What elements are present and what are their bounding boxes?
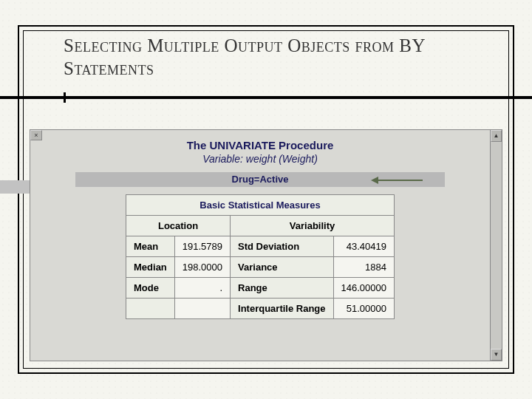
stat-measures-table: Basic Statistical Measures Location Vari… (126, 194, 395, 319)
table-row: Mode . Range 146.00000 (126, 278, 395, 299)
scroll-up-icon[interactable]: ▲ (491, 130, 502, 142)
loc-label: Mean (126, 236, 175, 257)
slide-title: Selecting Multiple Output Objects from B… (64, 34, 495, 81)
table-title: Basic Statistical Measures (126, 195, 395, 216)
var-value: 146.00000 (333, 278, 394, 299)
output-body: The UNIVARIATE Procedure Variable: weigh… (30, 130, 490, 361)
title-rule (0, 96, 532, 99)
table-row: Interquartile Range 51.00000 (126, 299, 395, 319)
var-value: 43.40419 (333, 236, 394, 257)
loc-label (126, 299, 175, 319)
proc-title: The UNIVARIATE Procedure (30, 139, 490, 151)
loc-value: . (174, 278, 230, 299)
by-group-label: Drug=Active (232, 174, 289, 185)
var-value: 51.00000 (333, 299, 394, 319)
proc-subtitle: Variable: weight (Weight) (30, 153, 490, 165)
var-label: Interquartile Range (231, 299, 333, 319)
loc-value: 191.5789 (174, 236, 230, 257)
scroll-down-icon[interactable]: ▼ (491, 349, 502, 361)
col-header-variability: Variability (231, 216, 395, 236)
col-header-location: Location (126, 216, 231, 236)
sas-output-pane: × ▲ ▼ The UNIVARIATE Procedure Variable:… (30, 129, 502, 361)
loc-label: Median (126, 257, 175, 278)
var-label: Std Deviation (231, 236, 333, 257)
table-row: Mean 191.5789 Std Deviation 43.40419 (126, 236, 395, 257)
by-group-bar: Drug=Active (75, 172, 445, 187)
var-label: Variance (231, 257, 333, 278)
loc-value (174, 299, 230, 319)
callout-arrow-icon (371, 172, 423, 187)
vertical-scrollbar[interactable]: ▲ ▼ (490, 130, 502, 361)
var-value: 1884 (333, 257, 394, 278)
loc-label: Mode (126, 278, 175, 299)
var-label: Range (231, 278, 333, 299)
loc-value: 198.0000 (174, 257, 230, 278)
table-row: Median 198.0000 Variance 1884 (126, 257, 395, 278)
title-block: Selecting Multiple Output Objects from B… (64, 34, 495, 81)
